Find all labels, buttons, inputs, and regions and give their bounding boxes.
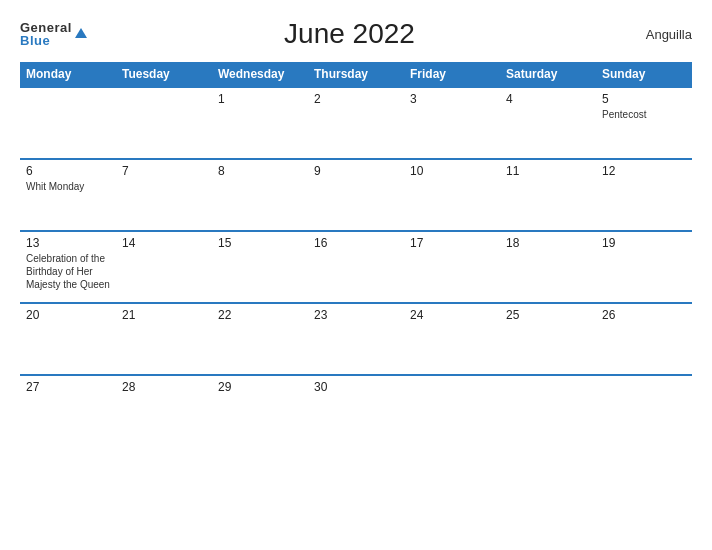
day-number: 15 — [218, 236, 302, 250]
header-wednesday: Wednesday — [212, 62, 308, 87]
calendar-cell: 26 — [596, 303, 692, 375]
calendar-cell: 14 — [116, 231, 212, 303]
calendar-event: Pentecost — [602, 108, 686, 121]
calendar-cell — [116, 87, 212, 159]
calendar-cell: 17 — [404, 231, 500, 303]
day-number: 11 — [506, 164, 590, 178]
calendar-cell: 10 — [404, 159, 500, 231]
calendar-week-row: 12345Pentecost — [20, 87, 692, 159]
calendar-week-row: 6Whit Monday789101112 — [20, 159, 692, 231]
day-number: 19 — [602, 236, 686, 250]
calendar-cell: 4 — [500, 87, 596, 159]
logo-blue-text: Blue — [20, 34, 72, 47]
day-number: 8 — [218, 164, 302, 178]
day-number: 6 — [26, 164, 110, 178]
calendar-cell: 21 — [116, 303, 212, 375]
day-number: 12 — [602, 164, 686, 178]
calendar-cell: 29 — [212, 375, 308, 447]
calendar-event: Celebration of the Birthday of Her Majes… — [26, 252, 110, 291]
day-number: 26 — [602, 308, 686, 322]
calendar-title: June 2022 — [87, 18, 612, 50]
header-tuesday: Tuesday — [116, 62, 212, 87]
day-number: 25 — [506, 308, 590, 322]
calendar-cell: 15 — [212, 231, 308, 303]
day-number: 21 — [122, 308, 206, 322]
day-number: 20 — [26, 308, 110, 322]
header-thursday: Thursday — [308, 62, 404, 87]
calendar-cell: 9 — [308, 159, 404, 231]
calendar-cell: 12 — [596, 159, 692, 231]
day-number: 5 — [602, 92, 686, 106]
day-number: 13 — [26, 236, 110, 250]
header-sunday: Sunday — [596, 62, 692, 87]
calendar-cell: 18 — [500, 231, 596, 303]
day-number: 16 — [314, 236, 398, 250]
day-number: 7 — [122, 164, 206, 178]
calendar-cell: 24 — [404, 303, 500, 375]
calendar-week-row: 27282930 — [20, 375, 692, 447]
day-number: 14 — [122, 236, 206, 250]
calendar-cell: 3 — [404, 87, 500, 159]
calendar-cell: 16 — [308, 231, 404, 303]
calendar-cell: 5Pentecost — [596, 87, 692, 159]
logo-triangle-icon — [75, 28, 87, 38]
day-number: 27 — [26, 380, 110, 394]
header-saturday: Saturday — [500, 62, 596, 87]
calendar-cell: 1 — [212, 87, 308, 159]
day-number: 28 — [122, 380, 206, 394]
calendar-cell: 7 — [116, 159, 212, 231]
calendar-cell — [404, 375, 500, 447]
calendar-cell: 8 — [212, 159, 308, 231]
calendar-cell: 19 — [596, 231, 692, 303]
calendar-cell: 28 — [116, 375, 212, 447]
day-number: 24 — [410, 308, 494, 322]
calendar-cell: 27 — [20, 375, 116, 447]
calendar-cell — [20, 87, 116, 159]
country-label: Anguilla — [612, 27, 692, 42]
calendar-event: Whit Monday — [26, 180, 110, 193]
day-number: 10 — [410, 164, 494, 178]
day-number: 17 — [410, 236, 494, 250]
calendar-cell: 22 — [212, 303, 308, 375]
calendar-cell: 25 — [500, 303, 596, 375]
calendar-cell: 30 — [308, 375, 404, 447]
calendar-cell: 2 — [308, 87, 404, 159]
day-number: 9 — [314, 164, 398, 178]
calendar-cell: 20 — [20, 303, 116, 375]
calendar-cell: 13Celebration of the Birthday of Her Maj… — [20, 231, 116, 303]
day-number: 23 — [314, 308, 398, 322]
day-number: 22 — [218, 308, 302, 322]
day-number: 30 — [314, 380, 398, 394]
day-number: 18 — [506, 236, 590, 250]
calendar-cell: 23 — [308, 303, 404, 375]
calendar-table: Monday Tuesday Wednesday Thursday Friday… — [20, 62, 692, 447]
day-number: 2 — [314, 92, 398, 106]
day-number: 29 — [218, 380, 302, 394]
header: General Blue June 2022 Anguilla — [20, 18, 692, 50]
calendar-week-row: 13Celebration of the Birthday of Her Maj… — [20, 231, 692, 303]
calendar-cell — [500, 375, 596, 447]
calendar-week-row: 20212223242526 — [20, 303, 692, 375]
calendar-cell: 11 — [500, 159, 596, 231]
day-number: 3 — [410, 92, 494, 106]
weekday-header-row: Monday Tuesday Wednesday Thursday Friday… — [20, 62, 692, 87]
calendar-cell — [596, 375, 692, 447]
day-number: 4 — [506, 92, 590, 106]
calendar-page: General Blue June 2022 Anguilla Monday T… — [0, 0, 712, 550]
logo: General Blue — [20, 21, 87, 47]
calendar-cell: 6Whit Monday — [20, 159, 116, 231]
day-number: 1 — [218, 92, 302, 106]
header-friday: Friday — [404, 62, 500, 87]
header-monday: Monday — [20, 62, 116, 87]
